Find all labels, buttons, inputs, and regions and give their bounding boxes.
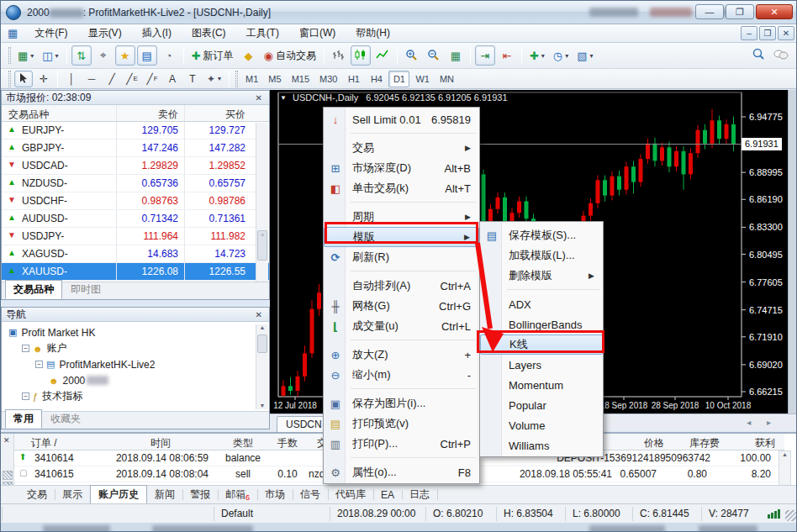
market-row-xagusd[interactable]: ▲XAGUSD-14.68314.723 [2,245,269,263]
zoom-in-button[interactable] [402,45,422,66]
market-row-usdcad[interactable]: ▼USDCAD-1.298291.29852 [2,157,269,175]
market-watch-scrollbar[interactable]: ≡ [256,123,268,282]
resize-grip[interactable] [785,510,796,521]
market-tab-tick-chart[interactable]: 即时图 [62,280,109,299]
market-row-audusd[interactable]: ▲AUDUSD-0.713420.71361 [2,210,269,228]
ctx-交易[interactable]: 交易▶ [324,138,479,158]
navigator-tab-common[interactable]: 常用 [5,409,42,429]
column-symbol[interactable]: 交易品种 [8,108,49,122]
child-close-button[interactable]: ✕ [778,26,794,40]
terminal-filter-icon[interactable] [3,471,13,480]
toolbar-grip[interactable] [8,47,11,64]
market-row-gbpjpy[interactable]: ▲GBPJPY-147.246147.282 [2,140,269,157]
terminal-column-2[interactable]: 类型 [218,436,268,450]
ctx-单击交易k[interactable]: ◧单击交易(k)Alt+T [324,178,479,198]
autotrading-button[interactable]: ◉自动交易 [261,45,319,66]
close-button[interactable]: ✕ [756,4,793,19]
timeframe-w1[interactable]: W1 [411,71,434,87]
chat-button[interactable] [770,45,792,66]
profiles-button[interactable]: ◫▾ [39,45,61,66]
collapse-icon[interactable]: − [22,345,29,352]
zoom-out-button[interactable] [424,45,444,66]
ctx-属性o[interactable]: ⚙属性(o)...F8 [324,462,479,482]
horizontal-line-tool[interactable]: ─ [82,71,101,87]
templates-dropdown[interactable]: ▧▾ [573,45,596,66]
terminal-tab-10[interactable]: 日志 [402,486,437,503]
timeframe-m1[interactable]: M1 [241,71,262,87]
child-restore-button[interactable]: ❐ [759,26,776,40]
tile-windows-button[interactable]: ▦ [446,45,466,66]
navigator-tab-favorites[interactable]: 收藏夹 [42,409,89,429]
toolbar-grip[interactable] [8,71,11,87]
vertical-line-tool[interactable]: │ [62,71,81,87]
tpl-williams[interactable]: Williams [480,435,603,456]
nav-item-技术指标[interactable]: −ƒ技术指标 [2,388,269,404]
timeframe-m15[interactable]: M15 [288,71,314,87]
menu-file[interactable]: 文件(F) [24,25,77,40]
nav-item-账户[interactable]: −☻账户 [2,340,269,356]
child-minimize-button[interactable]: – [741,26,757,40]
chart-tab-scroll-arrows[interactable]: ◂ ▸ [747,418,778,427]
menu-help[interactable]: 帮助(H) [346,25,400,40]
restore-button[interactable]: ❐ [726,4,754,19]
new-order-button[interactable]: ✚新订单 [188,45,237,66]
tpl-volume[interactable]: Volume [480,415,603,435]
market-row-usdchf[interactable]: ▼USDCHF-0.987630.98786 [2,192,269,210]
terminal-tab-8[interactable]: 代码库 [328,486,373,503]
ctx-市场深度d[interactable]: ⊞市场深度(D)Alt+B [324,158,479,178]
terminal-close-icon[interactable]: ✕ [3,436,10,445]
auto-scroll-toggle[interactable]: ⇥ [475,45,495,66]
fibonacci-tool[interactable]: ╱F [143,71,161,87]
ctx-自动排列a[interactable]: 自动排列(A)Ctrl+A [324,276,479,296]
ctx-网格g[interactable]: ╫网格(G)Ctrl+G [324,296,479,316]
periods-dropdown[interactable]: ◷▾ [550,45,572,66]
column-bid[interactable]: 卖价 [158,108,178,122]
navigator-scrollbar[interactable]: ▲ ▼ [256,324,268,409]
text-tool[interactable]: A [163,71,182,87]
search-button[interactable] [748,45,768,66]
timeframe-h4[interactable]: H4 [366,71,387,87]
navigator-close-icon[interactable]: ✕ [253,310,265,319]
nav-item-2000[interactable]: ☻2000 [2,372,269,388]
tpl-adx[interactable]: ADX [480,294,603,314]
timeframe-d1[interactable]: D1 [388,71,409,87]
new-chart-button[interactable]: ▦▾ [14,45,37,66]
ctx-刷新r[interactable]: ⟳刷新(R) [324,247,479,267]
terminal-tab-7[interactable]: 信号 [293,486,328,503]
market-row-xauusd[interactable]: ▲XAUUSD-1226.081226.55 [2,263,269,281]
terminal-tab-1[interactable]: 展示 [55,486,90,503]
terminal-tab-9[interactable]: EA [373,487,402,503]
trendline-tool[interactable]: ╱ [103,71,121,87]
terminal-tab-4[interactable]: 警报 [182,486,218,503]
terminal-tab-5[interactable]: 邮箱6 [218,486,257,503]
nav-item-profit-market-hk[interactable]: ▣Profit Market HK [2,324,269,340]
bar-chart-button[interactable] [329,45,349,66]
market-row-nzdusd[interactable]: ▲NZDUSD-0.657360.65757 [2,175,269,192]
ctx-selllimit001[interactable]: ↓Sell Limit 0.016.95819 [324,109,479,129]
ctx-缩小m[interactable]: ⊖缩小(m)- [324,365,479,385]
candle-chart-button[interactable] [351,45,371,66]
ctx-放大z[interactable]: ⊕放大(Z)+ [324,345,479,365]
timeframe-m30[interactable]: M30 [315,71,341,87]
shapes-dropdown[interactable]: ✦▾ [203,71,224,87]
cursor-tool[interactable] [14,71,33,87]
minimize-button[interactable]: — [695,4,724,19]
market-row-usdjpy[interactable]: ▼USDJPY-111.964111.982 [2,228,269,245]
terminal-column-1[interactable]: 时间 [105,436,216,450]
tpl-加载模版l[interactable]: 加载模版(L)... [480,245,603,266]
navigator-toggle[interactable]: ★ [115,45,135,66]
line-chart-button[interactable] [372,45,393,66]
terminal-tab-0[interactable]: 交易 [19,486,55,503]
channel-tool[interactable]: ╱E [123,71,141,87]
terminal-column-3[interactable]: 手数 [270,436,305,450]
tpl-删除模版[interactable]: 删除模版▶ [480,266,603,286]
timeframe-mn[interactable]: MN [435,71,458,87]
terminal-column-7[interactable]: 获利 [739,436,791,450]
terminal-tab-2[interactable]: 账户历史 [90,485,147,504]
timeframe-h1[interactable]: H1 [343,71,364,87]
metaeditor-button[interactable]: ◆ [239,45,259,66]
market-watch-close-icon[interactable]: ✕ [253,93,265,103]
ctx-打印p[interactable]: ▥打印(P)...Ctrl+P [324,434,479,454]
ctx-打印预览v[interactable]: ▤打印预览(v) [324,413,479,434]
timeframe-m5[interactable]: M5 [264,71,285,87]
